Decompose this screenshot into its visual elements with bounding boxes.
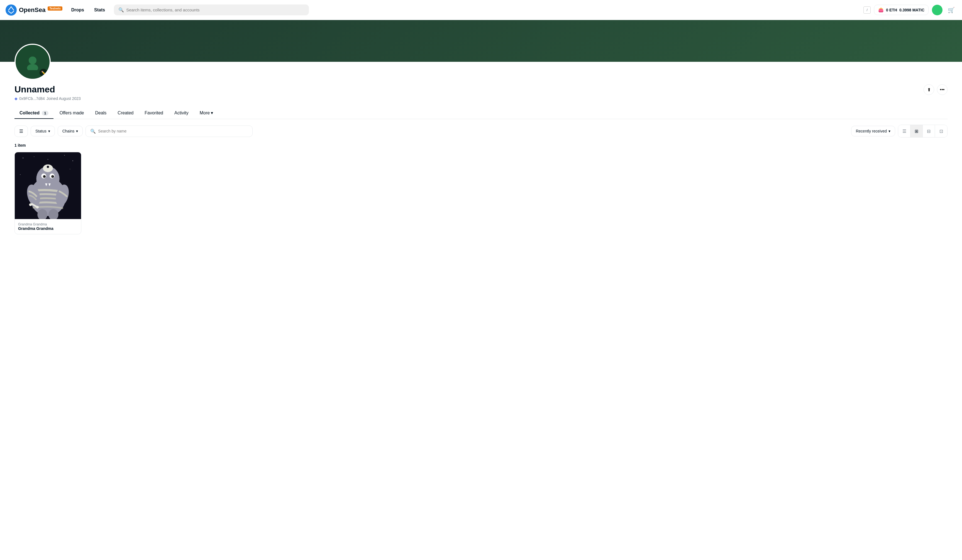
nft-artwork xyxy=(15,152,81,219)
tab-favorited[interactable]: Favorited xyxy=(140,108,168,119)
nft-grid: Grandma Grandma Grandma Grandma xyxy=(15,152,947,234)
nft-image xyxy=(15,152,81,219)
svg-point-10 xyxy=(20,174,21,175)
slash-key: / xyxy=(864,6,871,14)
profile-info: Unnamed ◆ 0x9FCb...7d84 Joined August 20… xyxy=(15,84,81,101)
search-icon: 🔍 xyxy=(118,7,124,13)
profile-section: ✏️ Unnamed ◆ 0x9FCb...7d84 Joined August… xyxy=(0,44,962,119)
profile-actions: ⬆ ••• xyxy=(923,84,947,95)
filters-bar: ☰ Status ▾ Chains ▾ 🔍 Recently received … xyxy=(0,119,962,143)
profile-header: Unnamed ◆ 0x9FCb...7d84 Joined August 20… xyxy=(15,80,947,101)
svg-point-18 xyxy=(53,175,54,177)
svg-point-2 xyxy=(27,64,38,70)
logo-link[interactable]: OpenSea Testnets xyxy=(6,5,62,16)
sort-button[interactable]: Recently received ▾ xyxy=(851,126,895,137)
wallet-eth: 0 ETH xyxy=(886,8,897,12)
grid-small-view-button[interactable]: ⊞ xyxy=(910,125,923,137)
tab-more[interactable]: More ▾ xyxy=(195,108,218,119)
svg-point-9 xyxy=(69,169,70,169)
svg-point-28 xyxy=(29,203,32,206)
nav-drops[interactable]: Drops xyxy=(67,5,89,15)
svg-point-6 xyxy=(48,159,48,160)
avatar-placeholder xyxy=(24,53,41,70)
nav-right: / 👛 0 ETH 0.3998 MATIC 🛒 xyxy=(864,5,956,15)
search-bar: 🔍 xyxy=(114,5,309,15)
eth-icon: ◆ xyxy=(15,96,18,101)
cart-button[interactable]: 🛒 xyxy=(946,5,956,15)
opensea-logo-icon xyxy=(6,5,17,16)
logo-badge: Testnets xyxy=(48,6,62,11)
nav-links: Drops Stats xyxy=(67,5,110,15)
svg-point-17 xyxy=(44,175,45,177)
grid-medium-view-button[interactable]: ⊟ xyxy=(923,125,935,137)
name-search-box: 🔍 xyxy=(86,126,253,137)
tab-created[interactable]: Created xyxy=(113,108,139,119)
svg-rect-21 xyxy=(46,169,47,171)
status-filter[interactable]: Status ▾ xyxy=(31,126,55,137)
collected-badge: 1 xyxy=(42,111,48,116)
edit-avatar-icon[interactable]: ✏️ xyxy=(40,69,47,77)
join-date: Joined August 2023 xyxy=(47,96,81,101)
svg-point-1 xyxy=(29,56,37,64)
nft-info: Grandma Grandma Grandma Grandma xyxy=(15,219,81,234)
main-content: 1 item xyxy=(0,143,962,246)
wallet-button[interactable]: 👛 0 ETH 0.3998 MATIC xyxy=(874,5,928,15)
more-options-button[interactable]: ••• xyxy=(937,84,947,95)
svg-point-5 xyxy=(34,156,34,157)
sort-label: Recently received xyxy=(856,129,887,133)
navbar: OpenSea Testnets Drops Stats 🔍 / 👛 0 ETH… xyxy=(0,0,962,20)
logo-text: OpenSea xyxy=(19,6,45,14)
svg-point-8 xyxy=(73,160,73,161)
avatar[interactable] xyxy=(932,5,943,15)
chains-chevron-icon: ▾ xyxy=(76,129,78,133)
wallet-icon: 👛 xyxy=(878,7,884,13)
svg-point-7 xyxy=(65,155,65,156)
list-view-button[interactable]: ☰ xyxy=(898,125,910,137)
search-input[interactable] xyxy=(126,8,304,12)
chains-label: Chains xyxy=(62,129,75,133)
sort-chevron-icon: ▾ xyxy=(888,129,890,133)
profile-name: Unnamed xyxy=(15,84,81,95)
share-button[interactable]: ⬆ xyxy=(923,84,934,95)
nav-stats[interactable]: Stats xyxy=(90,5,110,15)
svg-point-29 xyxy=(36,206,39,208)
search-name-icon: 🔍 xyxy=(90,129,96,134)
profile-avatar[interactable]: ✏️ xyxy=(15,44,51,80)
tabs-bar: Collected 1 Offers made Deals Created Fa… xyxy=(15,101,947,119)
status-label: Status xyxy=(36,129,47,133)
chevron-down-icon: ▾ xyxy=(211,110,213,116)
nft-collection: Grandma Grandma xyxy=(18,222,78,226)
nft-name: Grandma Grandma xyxy=(18,226,78,231)
name-search-input[interactable] xyxy=(98,129,248,133)
svg-point-20 xyxy=(47,166,49,168)
profile-address: ◆ 0x9FCb...7d84 Joined August 2023 xyxy=(15,96,81,101)
items-count: 1 item xyxy=(15,143,947,148)
svg-rect-22 xyxy=(48,169,49,171)
status-chevron-icon: ▾ xyxy=(48,129,50,133)
svg-point-4 xyxy=(23,158,23,158)
filter-toggle-button[interactable]: ☰ xyxy=(15,126,28,137)
tab-collected[interactable]: Collected 1 xyxy=(15,108,53,119)
filter-icon: ☰ xyxy=(19,129,23,134)
nft-card[interactable]: Grandma Grandma Grandma Grandma xyxy=(15,152,81,234)
grid-large-view-button[interactable]: ⊡ xyxy=(935,125,947,137)
tab-offers-made[interactable]: Offers made xyxy=(55,108,89,119)
tab-deals[interactable]: Deals xyxy=(90,108,111,119)
chains-filter[interactable]: Chains ▾ xyxy=(58,126,83,137)
wallet-address: 0x9FCb...7d84 xyxy=(19,96,45,101)
view-toggle: ☰ ⊞ ⊟ ⊡ xyxy=(898,125,947,137)
wallet-matic: 0.3998 MATIC xyxy=(899,8,925,12)
tab-activity[interactable]: Activity xyxy=(169,108,194,119)
